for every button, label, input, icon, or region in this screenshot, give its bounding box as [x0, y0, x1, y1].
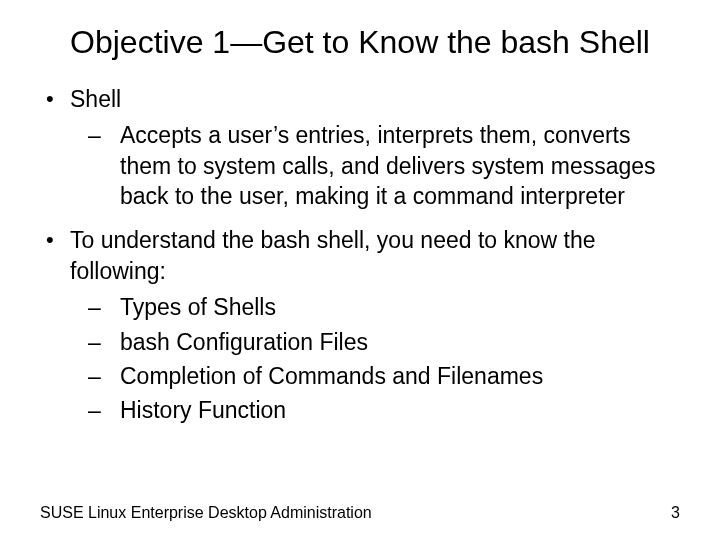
list-item: Shell Accepts a user’s entries, interpre…	[40, 84, 680, 211]
bullet-list: Shell Accepts a user’s entries, interpre…	[40, 84, 680, 426]
bullet-label: Shell	[70, 86, 121, 112]
footer: SUSE Linux Enterprise Desktop Administra…	[40, 504, 680, 522]
list-item: Types of Shells	[88, 292, 680, 322]
sub-bullet-text: Completion of Commands and Filenames	[120, 363, 543, 389]
bullet-label: To understand the bash shell, you need t…	[70, 227, 596, 283]
page-number: 3	[671, 504, 680, 522]
sub-bullet-text: bash Configuration Files	[120, 329, 368, 355]
list-item: Accepts a user’s entries, interprets the…	[88, 120, 680, 211]
list-item: Completion of Commands and Filenames	[88, 361, 680, 391]
sub-list: Types of Shells bash Configuration Files…	[70, 292, 680, 425]
footer-left: SUSE Linux Enterprise Desktop Administra…	[40, 504, 372, 522]
list-item: To understand the bash shell, you need t…	[40, 225, 680, 425]
list-item: bash Configuration Files	[88, 327, 680, 357]
slide-title: Objective 1—Get to Know the bash Shell	[40, 22, 680, 62]
list-item: History Function	[88, 395, 680, 425]
sub-bullet-text: History Function	[120, 397, 286, 423]
sub-bullet-text: Types of Shells	[120, 294, 276, 320]
slide: Objective 1—Get to Know the bash Shell S…	[0, 0, 720, 540]
sub-list: Accepts a user’s entries, interprets the…	[70, 120, 680, 211]
sub-bullet-text: Accepts a user’s entries, interprets the…	[120, 122, 656, 209]
